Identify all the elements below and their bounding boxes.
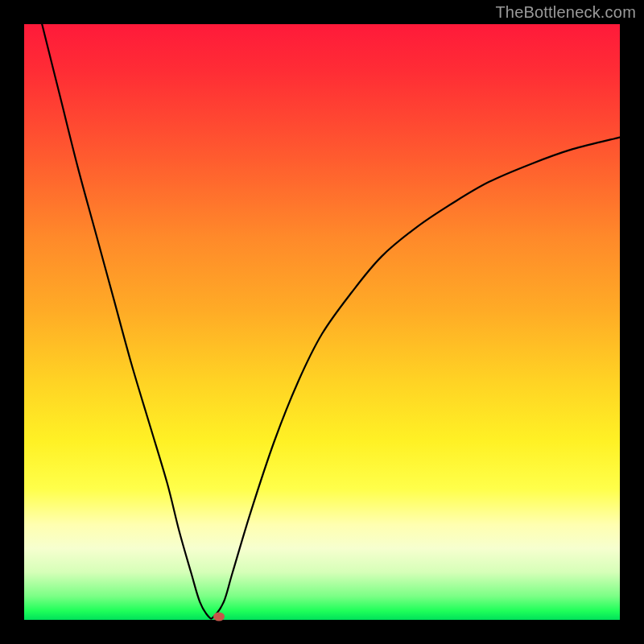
chart-frame: TheBottleneck.com (0, 0, 644, 644)
watermark-text: TheBottleneck.com (495, 3, 636, 22)
curve-svg (24, 24, 620, 620)
optimal-point-marker (213, 613, 225, 621)
bottleneck-curve-path (42, 24, 620, 619)
plot-area (24, 24, 620, 620)
